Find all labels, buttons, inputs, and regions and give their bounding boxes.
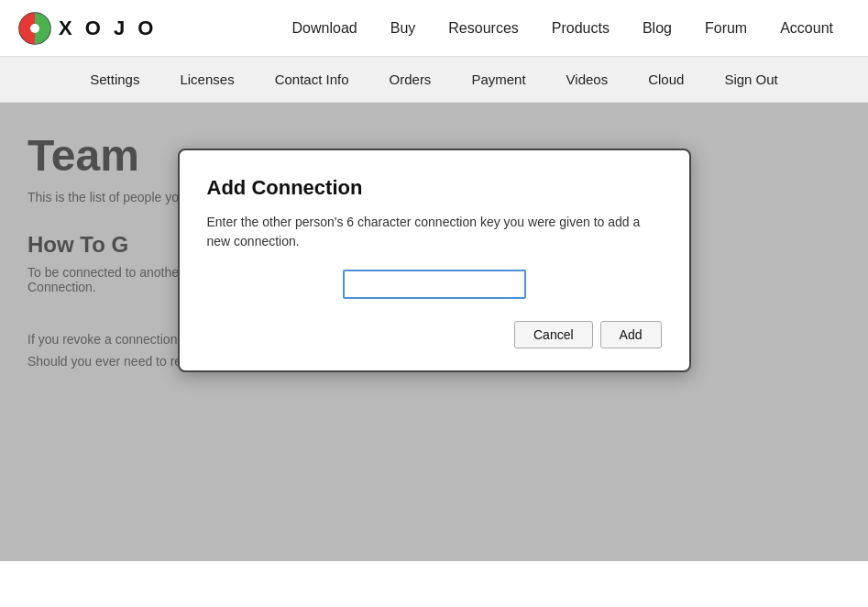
sub-nav: Settings Licenses Contact Info Orders Pa… <box>0 57 868 103</box>
subnav-orders[interactable]: Orders <box>369 57 452 103</box>
subnav-videos[interactable]: Videos <box>546 57 629 103</box>
subnav-cloud[interactable]: Cloud <box>628 57 704 103</box>
modal-buttons: Cancel Add <box>207 321 662 348</box>
nav-item-resources[interactable]: Resources <box>432 0 534 57</box>
nav-item-products[interactable]: Products <box>535 0 626 57</box>
nav-item-download[interactable]: Download <box>276 0 374 57</box>
nav-item-blog[interactable]: Blog <box>626 0 688 57</box>
cancel-button[interactable]: Cancel <box>514 321 593 348</box>
svg-point-1 <box>30 24 39 33</box>
subnav-contact-info[interactable]: Contact Info <box>255 57 369 103</box>
subnav-licenses[interactable]: Licenses <box>159 57 254 103</box>
modal-description: Enter the other person's 6 character con… <box>207 213 662 251</box>
add-button[interactable]: Add <box>600 321 662 348</box>
top-nav-links: Download Buy Resources Products Blog For… <box>276 0 850 57</box>
subnav-payment[interactable]: Payment <box>451 57 545 103</box>
main-content: Team This is the list of people you are … <box>0 103 868 561</box>
add-connection-modal: Add Connection Enter the other person's … <box>178 149 691 372</box>
modal-input-row <box>207 270 662 299</box>
nav-item-buy[interactable]: Buy <box>374 0 433 57</box>
modal-title: Add Connection <box>207 176 662 200</box>
subnav-sign-out[interactable]: Sign Out <box>704 57 797 103</box>
nav-item-account[interactable]: Account <box>764 0 850 57</box>
logo-area: X O J O <box>18 12 157 45</box>
subnav-settings[interactable]: Settings <box>70 57 159 103</box>
top-nav: X O J O Download Buy Resources Products … <box>0 0 868 57</box>
nav-item-forum[interactable]: Forum <box>688 0 764 57</box>
xojo-logo-icon <box>18 12 51 45</box>
connection-key-input[interactable] <box>343 270 526 299</box>
logo-text: X O J O <box>59 17 157 40</box>
